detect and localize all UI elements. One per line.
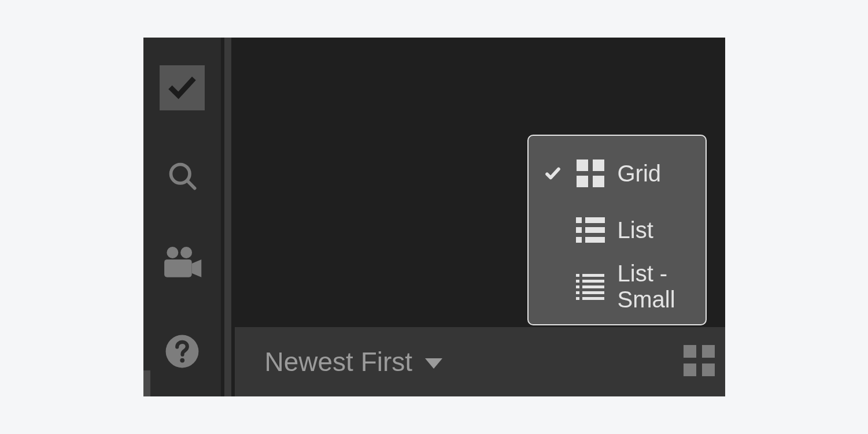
svg-point-7 [180,358,184,363]
caret-down-icon [425,358,442,369]
list-icon [576,217,605,243]
search-button[interactable] [160,153,205,198]
view-option-grid[interactable]: Grid [529,145,706,202]
view-option-list[interactable]: List [529,202,706,258]
checkmark-icon [542,165,563,182]
toolbar-resize-handle[interactable] [143,370,150,396]
list-small-icon [576,274,605,300]
svg-marker-5 [191,259,201,277]
bottom-bar: Newest First [235,327,725,396]
sort-order-dropdown[interactable]: Newest First [265,346,443,377]
video-button[interactable] [160,241,205,286]
app-frame: Newest First Grid [143,38,725,396]
left-toolbar [143,38,221,396]
check-icon [167,73,197,103]
help-icon [164,333,200,369]
check-button[interactable] [160,65,205,110]
svg-line-1 [187,181,195,188]
sort-order-label: Newest First [265,346,413,377]
view-mode-toggle[interactable] [684,345,715,379]
panel-divider[interactable] [224,38,231,396]
svg-point-2 [167,247,178,258]
search-icon [167,161,197,191]
help-button[interactable] [160,329,205,374]
grid-icon [684,345,715,376]
svg-point-3 [180,247,192,258]
view-mode-menu: Grid List [527,135,707,325]
view-option-label: List [618,217,653,243]
grid-icon [576,159,605,187]
view-option-list-small[interactable]: List - Small [529,258,706,315]
view-option-label: List - Small [618,261,706,313]
video-camera-icon [160,242,204,285]
svg-rect-4 [164,259,192,277]
view-option-label: Grid [618,161,662,187]
